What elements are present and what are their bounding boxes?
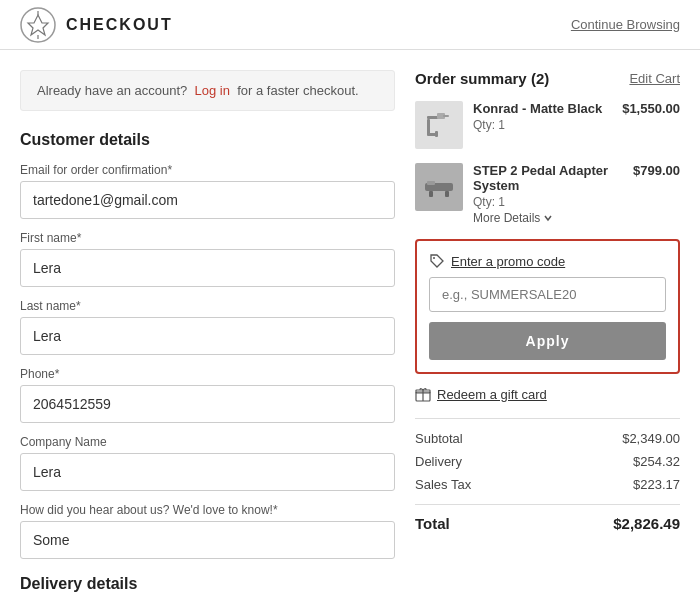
order-summary-header: Order summary (2) Edit Cart [415, 70, 680, 87]
last-name-field[interactable] [20, 317, 395, 355]
svg-rect-13 [427, 181, 435, 185]
order-item-1: Konrad - Matte Black Qty: 1 $1,550.00 [415, 101, 680, 149]
gift-card-label: Redeem a gift card [437, 387, 547, 402]
tag-icon [429, 253, 445, 269]
svg-rect-9 [443, 115, 449, 117]
last-name-label: Last name* [20, 299, 395, 313]
how-hear-field[interactable] [20, 521, 395, 559]
header-left: CHECKOUT [20, 7, 173, 43]
phone-group: Phone* [20, 367, 395, 423]
svg-rect-11 [429, 191, 433, 197]
gift-icon [415, 386, 431, 402]
company-name-group: Company Name [20, 435, 395, 491]
total-value: $2,826.49 [613, 515, 680, 532]
left-panel: Already have an account? Log in for a fa… [20, 70, 415, 593]
promo-section: Enter a promo code Apply [415, 239, 680, 374]
svg-rect-7 [435, 131, 438, 137]
total-row: Total $2,826.49 [415, 504, 680, 532]
svg-point-14 [433, 257, 435, 259]
edit-cart-link[interactable]: Edit Cart [629, 71, 680, 86]
header-title: CHECKOUT [66, 16, 173, 34]
order-item-2-details: STEP 2 Pedal Adapter System Qty: 1 More … [473, 163, 623, 225]
phone-field[interactable] [20, 385, 395, 423]
order-item-1-price: $1,550.00 [622, 101, 680, 116]
email-field[interactable] [20, 181, 395, 219]
email-label: Email for order confirmation* [20, 163, 395, 177]
order-item-2-qty: Qty: 1 [473, 195, 623, 209]
order-item-2: STEP 2 Pedal Adapter System Qty: 1 More … [415, 163, 680, 225]
subtotal-value: $2,349.00 [622, 431, 680, 446]
svg-marker-1 [28, 15, 48, 35]
company-name-label: Company Name [20, 435, 395, 449]
first-name-label: First name* [20, 231, 395, 245]
delivery-row: Delivery $254.32 [415, 454, 680, 469]
account-banner-text-after: for a faster checkout. [237, 83, 358, 98]
how-hear-label: How did you hear about us? We'd love to … [20, 503, 395, 517]
promo-label: Enter a promo code [429, 253, 666, 269]
delivery-label: Delivery [415, 454, 462, 469]
svg-rect-5 [427, 119, 430, 135]
tax-value: $223.17 [633, 477, 680, 492]
order-summary-title: Order summary (2) [415, 70, 549, 87]
subtotal-label: Subtotal [415, 431, 463, 446]
total-label: Total [415, 515, 450, 532]
subtotal-row: Subtotal $2,349.00 [415, 431, 680, 446]
customer-details-title: Customer details [20, 131, 395, 149]
chevron-down-icon [543, 213, 553, 223]
login-link[interactable]: Log in [195, 83, 230, 98]
account-banner: Already have an account? Log in for a fa… [20, 70, 395, 111]
more-details-toggle[interactable]: More Details [473, 211, 623, 225]
svg-rect-12 [445, 191, 449, 197]
order-item-2-name: STEP 2 Pedal Adapter System [473, 163, 623, 193]
header: CHECKOUT Continue Browsing [0, 0, 700, 50]
order-item-1-name: Konrad - Matte Black [473, 101, 612, 116]
apply-button[interactable]: Apply [429, 322, 666, 360]
logo-icon [20, 7, 56, 43]
tax-label: Sales Tax [415, 477, 471, 492]
order-item-2-price: $799.00 [633, 163, 680, 178]
totals: Subtotal $2,349.00 Delivery $254.32 Sale… [415, 418, 680, 532]
first-name-field[interactable] [20, 249, 395, 287]
order-item-1-image [415, 101, 463, 149]
gift-card-link[interactable]: Redeem a gift card [415, 386, 680, 402]
phone-label: Phone* [20, 367, 395, 381]
delivery-details-title: Delivery details [20, 575, 395, 593]
order-item-2-image [415, 163, 463, 211]
promo-input[interactable] [429, 277, 666, 312]
how-hear-group: How did you hear about us? We'd love to … [20, 503, 395, 559]
order-item-1-details: Konrad - Matte Black Qty: 1 [473, 101, 612, 132]
order-item-1-qty: Qty: 1 [473, 118, 612, 132]
right-panel: Order summary (2) Edit Cart Konrad - Mat… [415, 70, 680, 532]
delivery-value: $254.32 [633, 454, 680, 469]
main-content: Already have an account? Log in for a fa… [0, 50, 700, 594]
promo-label-text[interactable]: Enter a promo code [451, 254, 565, 269]
company-name-field[interactable] [20, 453, 395, 491]
first-name-group: First name* [20, 231, 395, 287]
email-group: Email for order confirmation* [20, 163, 395, 219]
last-name-group: Last name* [20, 299, 395, 355]
tax-row: Sales Tax $223.17 [415, 477, 680, 492]
continue-browsing-link[interactable]: Continue Browsing [571, 17, 680, 32]
account-banner-text-before: Already have an account? [37, 83, 187, 98]
